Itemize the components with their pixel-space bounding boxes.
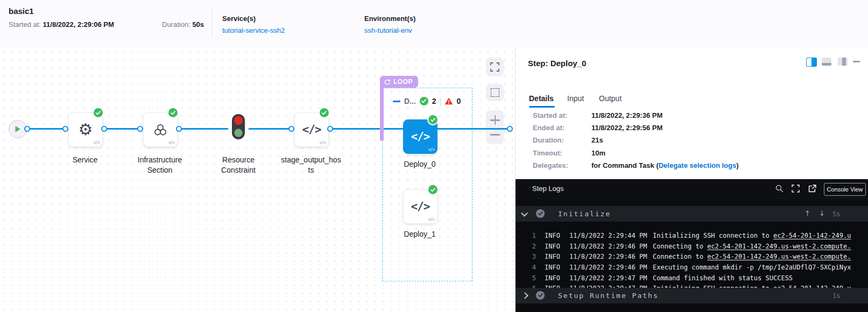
tab-input[interactable]: Input bbox=[567, 94, 584, 103]
pipeline-canvas[interactable]: ⚙ </> Service </> Infrastructure Section bbox=[0, 47, 515, 312]
connector-port bbox=[101, 126, 107, 132]
execution-header: basic1 Started at: 11/8/2022, 2:29:06 PM… bbox=[0, 0, 868, 48]
connector-port bbox=[288, 126, 294, 132]
check-icon bbox=[431, 118, 435, 122]
connector-port bbox=[507, 126, 513, 132]
code-icon: </> bbox=[411, 130, 430, 143]
step-logs-toolbar: Step Logs Console View bbox=[516, 179, 868, 199]
minus-icon bbox=[490, 134, 500, 136]
field-label: Timeout: bbox=[533, 149, 562, 157]
chevron-down-icon[interactable] bbox=[521, 210, 528, 217]
connector-port bbox=[137, 126, 143, 132]
hexagons-icon bbox=[153, 123, 167, 136]
environments-label: Environment(s) bbox=[364, 15, 415, 23]
fit-to-screen-button[interactable] bbox=[486, 58, 504, 76]
check-icon bbox=[421, 99, 426, 103]
connector-port bbox=[327, 126, 333, 132]
zoom-control bbox=[486, 110, 504, 144]
node-resource-constraint[interactable] bbox=[232, 114, 245, 139]
section-duration: 1s bbox=[832, 292, 840, 300]
check-icon bbox=[431, 188, 435, 192]
pipeline-name: basic1 bbox=[9, 6, 34, 16]
node-infrastructure[interactable]: </> bbox=[143, 112, 178, 147]
check-icon bbox=[171, 111, 175, 115]
duration: Duration: 50s bbox=[162, 20, 204, 29]
open-in-new-tab-icon[interactable] bbox=[808, 185, 816, 195]
step-logs-panel: Step Logs Console View Initialize bbox=[516, 179, 868, 312]
scroll-down-icon[interactable]: ↓ bbox=[819, 209, 825, 217]
started-at-value: 11/8/2022, 2:29:06 PM bbox=[43, 20, 114, 29]
section-success-icon bbox=[536, 291, 545, 300]
field-value: 21s bbox=[591, 136, 603, 144]
minimize-icon[interactable] bbox=[853, 61, 860, 62]
failed-count: 0 bbox=[457, 97, 461, 105]
warning-icon bbox=[444, 97, 453, 105]
tab-output[interactable]: Output bbox=[599, 94, 622, 103]
field-label: Started at: bbox=[533, 111, 567, 119]
field-value: 11/8/2022, 2:29:56 PM bbox=[591, 124, 662, 132]
loop-icon bbox=[384, 79, 391, 85]
loop-group-outline bbox=[382, 88, 472, 281]
section-name: Initialize bbox=[558, 210, 611, 218]
node-stage-output-hosts[interactable]: </> </> bbox=[294, 112, 329, 147]
marquee-select-button[interactable] bbox=[486, 84, 504, 101]
loop-group-bar bbox=[380, 87, 384, 141]
group-name: D... bbox=[404, 97, 416, 105]
fullscreen-icon[interactable] bbox=[792, 185, 800, 195]
group-header-divider bbox=[440, 97, 441, 106]
right-drawer-view-icon[interactable] bbox=[838, 58, 848, 66]
field-value: 10m bbox=[591, 149, 605, 157]
step-details-panel: Step: Deploy_0 Details Input Output Star… bbox=[515, 47, 868, 312]
node-label-deploy-0: Deploy_0 bbox=[387, 159, 452, 169]
collapse-icon[interactable] bbox=[393, 101, 400, 102]
field-value: 11/8/2022, 2:29:36 PM bbox=[591, 111, 662, 119]
marquee-icon bbox=[491, 88, 499, 97]
node-service[interactable]: ⚙ </> bbox=[68, 112, 103, 147]
zoom-in-button[interactable] bbox=[490, 115, 500, 125]
success-count-icon bbox=[420, 97, 428, 105]
chevron-right-icon[interactable] bbox=[521, 292, 528, 299]
success-count: 2 bbox=[432, 97, 436, 105]
template-code-icon: </> bbox=[168, 140, 174, 145]
node-deploy-0[interactable]: </> </> bbox=[403, 119, 437, 154]
template-code-icon: </> bbox=[94, 140, 100, 145]
active-tab-underline bbox=[529, 106, 555, 108]
code-icon: </> bbox=[411, 200, 430, 213]
execution-page: basic1 Started at: 11/8/2022, 2:29:06 PM… bbox=[0, 0, 868, 312]
success-badge bbox=[428, 115, 437, 124]
search-icon[interactable] bbox=[775, 185, 784, 195]
matrix-group-header: D... 2 0 bbox=[393, 96, 461, 107]
fit-to-screen-icon bbox=[490, 62, 499, 72]
right-split-view-icon[interactable] bbox=[806, 58, 817, 67]
header-divider bbox=[211, 10, 212, 38]
delegate-selection-logs-link[interactable]: Delegate selection logs bbox=[659, 161, 737, 169]
log-line: 3INFO11/8/2022 2:29:46 PMConnection to e… bbox=[516, 245, 868, 256]
node-label-service: Service bbox=[53, 155, 117, 165]
zoom-out-button[interactable] bbox=[490, 130, 500, 139]
log-section-initialize[interactable]: Initialize ↑ ↓ 5s bbox=[516, 206, 868, 222]
check-icon bbox=[322, 111, 327, 115]
services-label: Service(s) bbox=[222, 15, 256, 23]
field-label: Duration: bbox=[533, 136, 564, 144]
field-label: Delegates: bbox=[533, 161, 568, 169]
log-section-setup-runtime-paths[interactable]: Setup Runtime Paths 1s bbox=[516, 288, 868, 303]
log-line: 6INFO11/8/2022 2:29:47 PMInitializing SS… bbox=[516, 277, 868, 288]
environment-link[interactable]: ssh-tutorial-env bbox=[364, 26, 412, 34]
loop-badge: LOOP bbox=[380, 76, 418, 88]
green-light-icon bbox=[234, 129, 243, 137]
log-line: 2INFO11/8/2022 2:29:46 PMConnecting to e… bbox=[516, 235, 868, 246]
node-deploy-1[interactable]: </> </> bbox=[403, 189, 437, 224]
tab-details[interactable]: Details bbox=[529, 94, 554, 103]
bottom-view-icon[interactable] bbox=[822, 58, 831, 66]
started-at: Started at: 11/8/2022, 2:29:06 PM bbox=[9, 20, 114, 29]
success-badge bbox=[428, 185, 437, 194]
field-value-delegates: for Command Task (Delegate selection log… bbox=[591, 161, 739, 169]
log-line: 4INFO11/8/2022 2:29:46 PMExecuting comma… bbox=[516, 256, 868, 267]
template-code-icon: </> bbox=[428, 217, 434, 222]
console-view-button[interactable]: Console View bbox=[824, 183, 866, 196]
scroll-up-icon[interactable]: ↑ bbox=[805, 209, 810, 217]
code-icon: </> bbox=[302, 123, 321, 136]
node-label-stage-output-hosts: stage_output_hosts bbox=[281, 155, 341, 175]
edge-line bbox=[27, 128, 228, 130]
service-link[interactable]: tutorial-service-ssh2 bbox=[222, 26, 285, 34]
